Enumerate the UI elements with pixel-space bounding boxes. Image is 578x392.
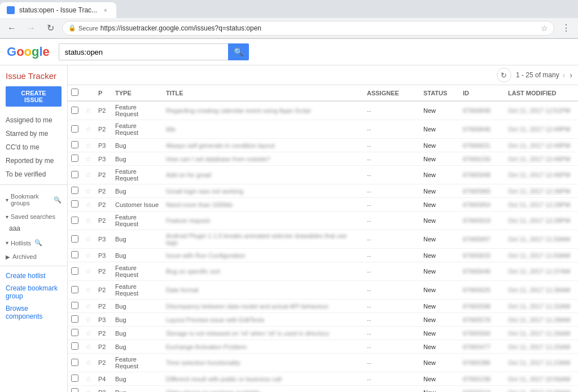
back-button[interactable]: ← [5, 21, 19, 36]
sidebar-item-reported-by-me[interactable]: Reported by me [0, 154, 67, 168]
star-icon[interactable]: ☆ [85, 252, 91, 259]
star-icon[interactable]: ☆ [85, 286, 91, 294]
refresh-button[interactable]: ↻ [497, 68, 511, 82]
issue-title-link[interactable]: Discrepancy between data model and actua… [166, 303, 329, 310]
sidebar-section-hotlists[interactable]: ▾ Hotlists 🔍 [0, 235, 67, 249]
row-title[interactable]: Need more than 1000kb [163, 198, 364, 212]
star-icon[interactable]: ☆ [85, 217, 91, 224]
star-icon[interactable]: ☆ [85, 343, 91, 351]
search-input[interactable] [59, 43, 228, 60]
sidebar-item-ccd-to-me[interactable]: CC'd to me [0, 140, 67, 154]
address-bar[interactable]: 🔒 Secure https://issuetracker.google.com… [62, 21, 554, 36]
issue-title-link[interactable]: Always self generate in condition layout [166, 142, 275, 149]
row-checkbox[interactable] [71, 171, 78, 178]
row-title[interactable]: Issue with Run Configuration [163, 249, 364, 262]
sidebar-section-bookmark-groups[interactable]: ▾ Bookmark groups 🔍 [0, 188, 67, 209]
star-icon[interactable]: ☆ [85, 155, 91, 163]
row-checkbox[interactable] [71, 359, 78, 366]
issue-title-link[interactable]: Exchange Activation Problem [166, 343, 247, 350]
row-checkbox[interactable] [71, 155, 78, 162]
row-star-cell[interactable]: ☆ [82, 354, 95, 372]
row-star-cell[interactable]: ☆ [82, 166, 95, 184]
row-star-cell[interactable]: ☆ [82, 281, 95, 299]
row-checkbox[interactable] [71, 141, 78, 148]
sidebar-item-to-be-verified[interactable]: To be verified [0, 168, 67, 181]
star-icon[interactable]: ☆ [85, 171, 91, 179]
row-star-cell[interactable]: ☆ [82, 299, 95, 313]
row-star-cell[interactable]: ☆ [82, 386, 95, 393]
create-hotlist-link[interactable]: Create hotlist [0, 270, 67, 282]
row-title[interactable]: Android Plugin 1.1.0 breaks animated sel… [163, 230, 364, 249]
browse-components-link[interactable]: Browse components [0, 302, 67, 323]
row-star-cell[interactable]: ☆ [82, 139, 95, 152]
star-icon[interactable]: ☆ [85, 267, 91, 275]
issue-title-link[interactable]: Bug on specific sort [166, 268, 220, 275]
sidebar-section-archived[interactable]: ▶ Archived [0, 249, 67, 262]
sidebar-item-assigned-to-me[interactable]: Assigned to me [0, 113, 67, 127]
issue-title-link[interactable]: Regarding creating calendar event using … [166, 107, 310, 114]
row-checkbox[interactable] [71, 267, 78, 275]
row-checkbox[interactable] [71, 200, 78, 208]
row-star-cell[interactable]: ☆ [82, 327, 95, 340]
row-star-cell[interactable]: ☆ [82, 212, 95, 230]
menu-button[interactable]: ⋮ [559, 21, 573, 36]
row-title[interactable]: Different result with public or business… [163, 372, 364, 386]
row-checkbox[interactable] [71, 342, 78, 350]
row-title[interactable]: Always self generate in condition layout [163, 139, 364, 152]
row-star-cell[interactable]: ☆ [82, 120, 95, 139]
star-icon[interactable]: ☆ [85, 375, 91, 383]
active-tab[interactable]: status:open - Issue Trac... × [0, 2, 116, 18]
row-checkbox[interactable] [71, 125, 78, 133]
row-star-cell[interactable]: ☆ [82, 101, 95, 120]
row-star-cell[interactable]: ☆ [82, 198, 95, 212]
forward-button[interactable]: → [24, 21, 38, 36]
bookmark-star-icon[interactable]: ☆ [541, 24, 548, 33]
search-icon[interactable]: 🔍 [54, 196, 62, 204]
issue-title-link[interactable]: Storage is not released on 'nil' when 'n… [166, 330, 329, 337]
star-icon[interactable]: ☆ [85, 329, 91, 337]
row-star-cell[interactable]: ☆ [82, 152, 95, 166]
row-star-cell[interactable]: ☆ [82, 230, 95, 249]
issue-title-link[interactable]: Add on for gmail [166, 171, 211, 178]
row-checkbox[interactable] [71, 107, 78, 114]
row-checkbox[interactable] [71, 235, 78, 243]
create-issue-button[interactable]: CREATE ISSUE [6, 86, 62, 107]
star-icon[interactable]: ☆ [85, 316, 91, 324]
star-icon[interactable]: ☆ [85, 302, 91, 310]
row-checkbox[interactable] [71, 187, 78, 194]
star-icon[interactable]: ☆ [85, 187, 91, 195]
row-star-cell[interactable]: ☆ [82, 313, 95, 327]
prev-page-button[interactable]: ‹ [562, 69, 567, 81]
reload-button[interactable]: ↻ [43, 21, 58, 36]
star-icon[interactable]: ☆ [85, 125, 91, 133]
row-checkbox[interactable] [71, 329, 78, 336]
row-title[interactable]: Older phone on package available [163, 386, 364, 393]
hotlists-search-icon[interactable]: 🔍 [34, 239, 42, 246]
issue-title-link[interactable]: Feature request [166, 217, 210, 224]
select-all-checkbox[interactable] [71, 89, 78, 96]
star-icon[interactable]: ☆ [85, 359, 91, 367]
create-bookmark-group-link[interactable]: Create bookmark group [0, 282, 67, 302]
row-title[interactable]: Layout Preview issue with EditTexts [163, 313, 364, 327]
sidebar-item-starred-by-me[interactable]: Starred by me [0, 127, 67, 140]
row-star-cell[interactable]: ☆ [82, 184, 95, 198]
row-title[interactable]: How can I set database from outside? [163, 152, 364, 166]
sidebar-section-saved-searches[interactable]: ▾ Saved searches [0, 209, 67, 222]
issue-title-link[interactable]: Issue with Run Configuration [166, 252, 246, 259]
row-title[interactable]: Discrepancy between data model and actua… [163, 299, 364, 313]
row-title[interactable]: Date format [163, 281, 364, 299]
row-star-cell[interactable]: ☆ [82, 262, 95, 281]
row-title[interactable]: Exchange Activation Problem [163, 340, 364, 354]
star-icon[interactable]: ☆ [85, 389, 91, 393]
row-title[interactable]: Bug on specific sort [163, 262, 364, 281]
sidebar-saved-search-aaa[interactable]: aaa [0, 222, 67, 235]
row-title[interactable]: title [163, 120, 364, 139]
star-icon[interactable]: ☆ [85, 235, 91, 243]
issue-title-link[interactable]: Layout Preview issue with EditTexts [166, 316, 264, 323]
issue-title-link[interactable]: Android Plugin 1.1.0 breaks animated sel… [166, 232, 347, 246]
row-title[interactable]: Regarding creating calendar event using … [163, 101, 364, 120]
row-checkbox[interactable] [71, 315, 78, 323]
row-title[interactable]: Feature request [163, 212, 364, 230]
issue-title-link[interactable]: Need more than 1000kb [166, 201, 233, 208]
next-page-button[interactable]: › [568, 69, 573, 81]
